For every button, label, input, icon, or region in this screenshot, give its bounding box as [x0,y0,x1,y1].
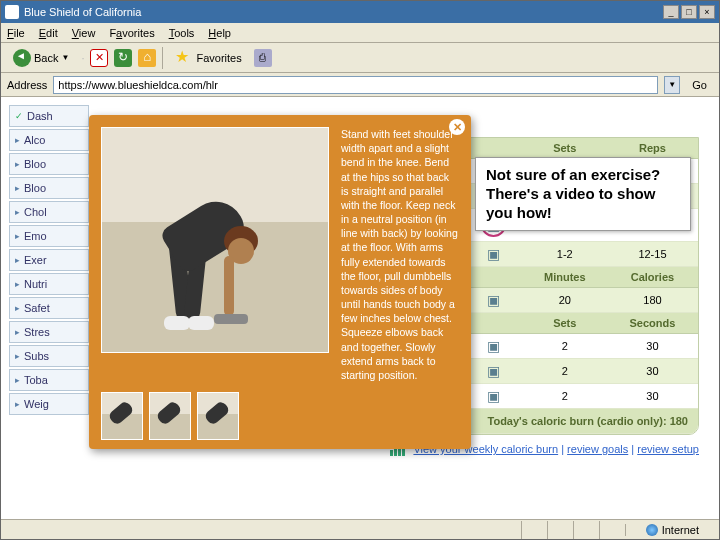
refresh-button[interactable] [114,49,132,67]
menu-file[interactable]: File [7,27,25,39]
exercise-video-popup: ✕ Stand with feet shoulder width apart a… [89,115,471,449]
nav-tobacco[interactable]: ▸Toba [9,369,89,391]
video-icon[interactable]: ▣ [487,338,500,354]
nav-blood1[interactable]: ▸Bloo [9,153,89,175]
video-icon[interactable]: ▣ [487,363,500,379]
content-area: ✓Dash ▸Alco ▸Bloo ▸Bloo ▸Chol ▸Emo ▸Exer… [1,97,719,519]
menu-favorites[interactable]: Favorites [109,27,154,39]
nav-exercise[interactable]: ▸Exer [9,249,89,271]
thumbnail[interactable] [149,392,191,440]
status-bar: Internet [1,519,719,539]
print-button[interactable] [254,49,272,67]
window-title: Blue Shield of California [24,6,141,18]
nav-blood2[interactable]: ▸Bloo [9,177,89,199]
close-button[interactable]: × [699,5,715,19]
nav-weight[interactable]: ▸Weig [9,393,89,415]
status-internet: Internet [625,524,719,536]
nav-substance[interactable]: ▸Subs [9,345,89,367]
address-label: Address [7,79,47,91]
back-button[interactable]: Back ▼ [7,47,75,69]
title-bar: Blue Shield of California _ □ × [1,1,719,23]
left-nav: ✓Dash ▸Alco ▸Bloo ▸Bloo ▸Chol ▸Emo ▸Exer… [9,105,89,417]
video-icon[interactable]: ▣ [487,292,500,308]
menu-tools[interactable]: Tools [169,27,195,39]
nav-stress[interactable]: ▸Stres [9,321,89,343]
home-button[interactable] [138,49,156,67]
nav-safety[interactable]: ▸Safet [9,297,89,319]
menu-bar: File Edit View Favorites Tools Help [1,23,719,43]
address-dropdown[interactable]: ▼ [664,76,680,94]
menu-view[interactable]: View [72,27,96,39]
callout-box: Not sure of an exercise? There's a video… [475,157,691,231]
minimize-button[interactable]: _ [663,5,679,19]
address-bar: Address ▼ Go [1,73,719,97]
exercise-description: Stand with feet shoulder width apart and… [341,127,459,382]
thumbnail[interactable] [101,392,143,440]
review-goals-link[interactable]: review goals [567,443,628,455]
nav-nutrition[interactable]: ▸Nutri [9,273,89,295]
back-icon [13,49,31,67]
thumbnail[interactable] [197,392,239,440]
nav-cholesterol[interactable]: ▸Chol [9,201,89,223]
nav-alcohol[interactable]: ▸Alco [9,129,89,151]
address-input[interactable] [53,76,658,94]
maximize-button[interactable]: □ [681,5,697,19]
thumbnail-strip [101,382,459,440]
nav-emotional[interactable]: ▸Emo [9,225,89,247]
go-button[interactable]: Go [686,79,713,91]
toolbar: Back ▼ · ✕ Favorites [1,43,719,73]
globe-icon [646,524,658,536]
menu-help[interactable]: Help [208,27,231,39]
video-icon[interactable]: ▣ [487,388,500,404]
star-icon [175,49,193,67]
exercise-image [101,127,329,353]
review-setup-link[interactable]: review setup [637,443,699,455]
popup-close-button[interactable]: ✕ [449,119,465,135]
stop-button[interactable]: ✕ [90,49,108,67]
favorites-button[interactable]: Favorites [169,47,247,69]
nav-dashboard[interactable]: ✓Dash [9,105,89,127]
video-icon[interactable]: ▣ [487,246,500,262]
app-icon [5,5,19,19]
menu-edit[interactable]: Edit [39,27,58,39]
